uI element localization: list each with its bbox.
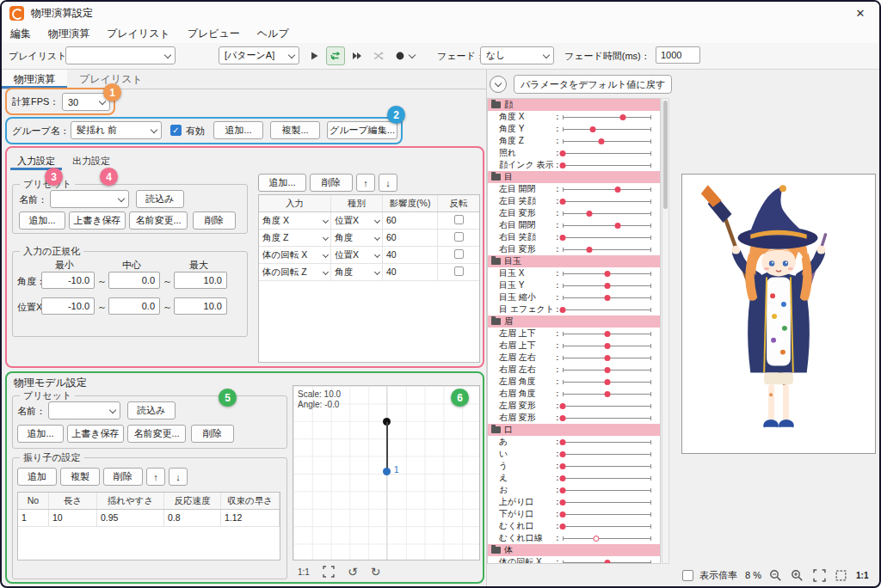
param-slider[interactable] [563,328,651,340]
input-preset-add-button[interactable]: 追加... [19,211,65,230]
pendulum-cell[interactable]: 0.95 [97,510,164,526]
input-preset-save-button[interactable]: 上書き保存 [69,211,126,230]
slider-handle[interactable] [560,475,566,481]
pendulum-move-up-button[interactable]: ↑ [146,468,165,486]
input-add-button[interactable]: 追加... [258,174,306,192]
param-slider[interactable] [563,388,651,400]
scrollbar-thumb[interactable] [663,101,668,209]
pendulum-cell[interactable]: 10 [49,510,97,526]
slider-handle[interactable] [586,211,592,217]
param-slider[interactable] [563,436,651,448]
shuffle-button[interactable] [369,46,388,65]
input-type-combo[interactable]: 位置X [331,247,383,263]
model-preview-view[interactable] [681,174,876,454]
pendulum-move-down-button[interactable]: ↓ [169,468,188,486]
model-preset-add-button[interactable]: 追加... [17,425,64,443]
slider-handle[interactable] [560,199,566,205]
group-duplicate-button[interactable]: 複製... [270,121,320,139]
normalize-posx-max[interactable]: 10.0 [174,297,227,315]
slider-handle[interactable] [560,463,566,469]
influence-cell[interactable]: 60 [383,212,438,229]
slider-handle[interactable] [604,355,610,361]
param-slider[interactable] [563,231,651,243]
slider-handle[interactable] [604,379,610,385]
pendulum-cell[interactable]: 0.8 [164,510,221,526]
zoom-ratio-checkbox[interactable] [682,570,693,581]
param-slider[interactable] [563,364,651,376]
group-add-button[interactable]: 追加... [213,121,263,139]
input-preset-delete-button[interactable]: 削除 [193,211,236,230]
param-slider[interactable] [563,412,651,424]
input-type-combo[interactable]: 位置X [331,212,383,229]
zoom-in-button[interactable] [791,569,804,582]
slider-handle[interactable] [560,499,566,505]
param-slider[interactable] [563,400,651,412]
invert-checkbox[interactable] [454,232,464,242]
slider-handle[interactable] [604,331,610,337]
pendulum-cell[interactable]: 1 [18,510,49,526]
model-preset-load-button[interactable]: 読込み [127,401,176,420]
input-preset-rename-button[interactable]: 名前変更... [129,211,188,230]
menu-playlist[interactable]: プレイリスト [98,24,179,43]
param-slider[interactable] [563,496,651,508]
slider-handle[interactable] [604,271,610,277]
canvas-ratio-button[interactable]: 1:1 [298,567,310,577]
influence-cell[interactable]: 40 [383,247,438,263]
frame-view-button[interactable] [835,569,847,582]
pendulum-canvas[interactable]: Scale: 10.0 Angle: -0.0 1 [293,385,480,560]
fast-forward-button[interactable] [348,46,367,65]
slider-handle[interactable] [560,150,566,156]
pendulum-duplicate-button[interactable]: 複製 [60,468,100,486]
close-button[interactable]: ✕ [848,4,872,21]
slider-handle[interactable] [560,162,566,168]
param-slider[interactable] [563,159,651,171]
slider-handle[interactable] [560,235,566,241]
redo-icon[interactable]: ↻ [371,565,381,579]
input-param-combo[interactable]: 体の回転 X [259,247,331,263]
param-slider[interactable] [563,291,651,303]
fit-view-icon[interactable] [323,566,335,578]
parameter-scrollbar[interactable] [662,98,669,564]
param-slider[interactable] [563,532,651,544]
param-slider[interactable] [563,460,651,472]
actual-size-button[interactable]: 1:1 [856,567,868,585]
group-edit-button[interactable]: グループ編集... [327,121,397,139]
param-slider[interactable] [563,508,651,520]
param-slider[interactable] [563,111,651,123]
slider-handle[interactable] [614,187,620,193]
slider-handle[interactable] [586,247,592,253]
param-slider[interactable] [563,448,651,460]
slider-handle[interactable] [560,415,566,421]
slider-handle[interactable] [594,536,600,542]
slider-handle[interactable] [604,367,610,373]
param-slider[interactable] [563,135,651,147]
param-slider[interactable] [563,183,651,195]
param-slider[interactable] [563,520,651,532]
slider-handle[interactable] [620,114,626,120]
influence-cell[interactable]: 40 [383,264,438,280]
record-options-button[interactable] [406,46,418,65]
model-preset-save-button[interactable]: 上書き保存 [67,425,124,443]
input-move-up-button[interactable]: ↑ [356,174,375,192]
normalize-angle-min[interactable]: -10.0 [41,272,95,289]
reset-parameters-button[interactable]: パラメータをデフォルト値に戻す [514,75,672,94]
menu-edit[interactable]: 編集 [2,24,40,43]
param-slider[interactable] [563,352,651,364]
input-preset-name-combo[interactable] [50,190,129,208]
param-slider[interactable] [563,123,651,135]
model-preset-rename-button[interactable]: 名前変更... [127,425,186,443]
menu-physics[interactable]: 物理演算 [40,24,98,43]
fade-combo[interactable]: なし [480,46,554,64]
input-param-combo[interactable]: 角度 Z [259,230,331,246]
param-group-header[interactable]: 目 [488,171,660,183]
normalize-posx-center[interactable]: 0.0 [108,297,160,315]
play-button[interactable] [305,46,323,65]
tab-physics[interactable]: 物理演算 [2,70,67,89]
param-group-header[interactable]: 顔 [488,99,660,111]
model-preset-name-combo[interactable] [48,401,120,420]
param-slider[interactable] [563,147,651,159]
menu-preview[interactable]: プレビュー [179,24,249,43]
param-slider[interactable] [563,303,651,315]
fit-window-button[interactable] [813,569,826,582]
input-preset-load-button[interactable]: 読込み [136,190,184,208]
